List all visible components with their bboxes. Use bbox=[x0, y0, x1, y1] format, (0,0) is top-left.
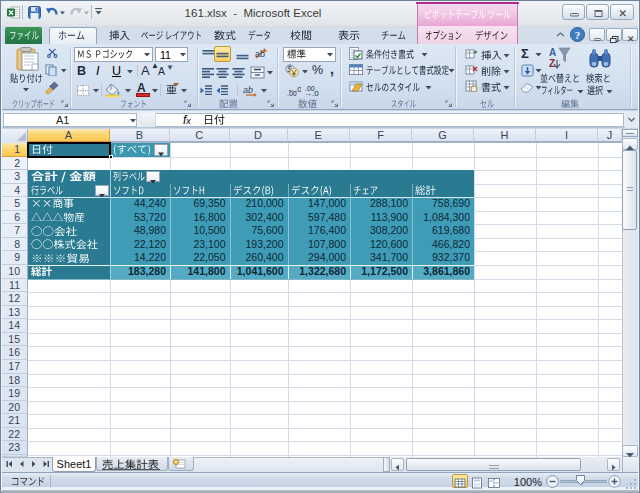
svg-text:¥: ¥ bbox=[290, 68, 296, 78]
svg-text:Z: Z bbox=[549, 58, 555, 69]
svg-text:.00: .00 bbox=[287, 90, 297, 96]
svg-text:→.0: →.0 bbox=[304, 89, 319, 96]
svg-text:?: ? bbox=[575, 29, 581, 41]
svg-text:A: A bbox=[549, 47, 556, 58]
svg-text:ab: ab bbox=[243, 85, 253, 95]
svg-text:ab: ab bbox=[255, 49, 265, 59]
